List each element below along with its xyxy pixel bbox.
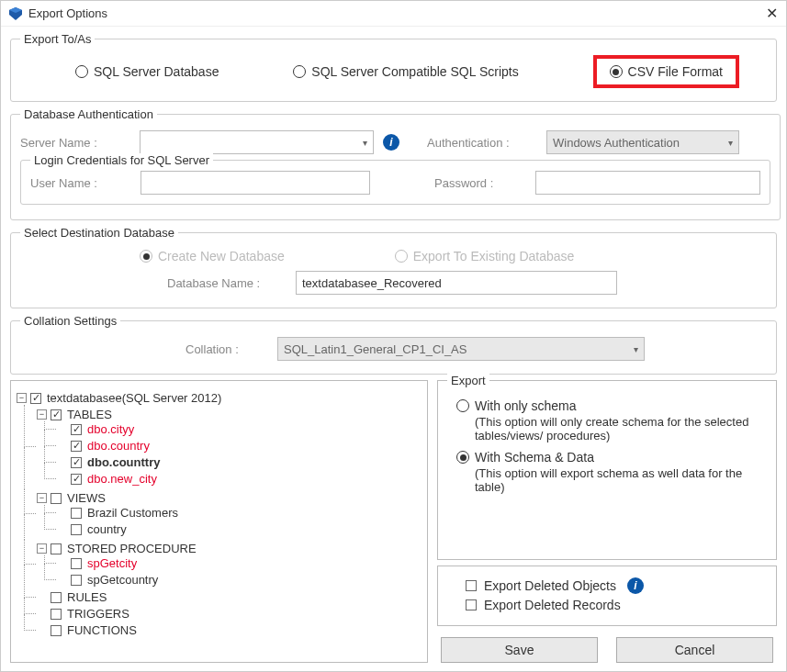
checkbox[interactable] — [51, 493, 62, 504]
radio-label: Create New Database — [158, 249, 285, 263]
collation-combo[interactable]: SQL_Latin1_General_CP1_CI_AS ▾ — [277, 337, 645, 361]
collapse-icon[interactable]: − — [37, 493, 47, 503]
tree-label: spGetcountry — [85, 573, 158, 587]
radio-label: SQL Server Database — [94, 64, 219, 79]
tree-node-rules[interactable]: RULES — [37, 590, 107, 604]
window-title: Export Options — [28, 6, 764, 20]
tree-node-sproc[interactable]: spGetcountry — [57, 573, 158, 587]
tree-node-tables[interactable]: − TABLES — [37, 408, 112, 421]
checkbox[interactable] — [466, 580, 477, 591]
cancel-button[interactable]: Cancel — [616, 637, 773, 663]
tree-node-views[interactable]: − VIEWS — [37, 491, 106, 505]
chevron-down-icon: ▾ — [634, 344, 638, 354]
tree-label: TRIGGERS — [65, 607, 129, 621]
app-icon — [8, 6, 23, 21]
checkbox[interactable] — [51, 409, 62, 420]
checkbox[interactable] — [71, 558, 82, 569]
deleted-options-group: Export Deleted Objects i Export Deleted … — [437, 566, 777, 626]
radio-schema-only[interactable]: With only schema — [456, 398, 767, 413]
password-field[interactable] — [535, 171, 760, 195]
tree-node-root[interactable]: − textdatabasee(SQL Server 2012) — [17, 391, 221, 405]
radio-label: With Schema & Data — [475, 450, 594, 465]
export-options-group: Export With only schema (This option wil… — [437, 380, 777, 560]
tree-label: RULES — [65, 590, 107, 604]
tree-node-table[interactable]: dbo.counttry — [57, 455, 160, 469]
tree-label: TABLES — [65, 408, 112, 421]
tree-label: FUNCTIONS — [65, 623, 137, 637]
checkbox-label: Export Deleted Objects — [484, 578, 616, 593]
tree-label: country — [85, 522, 127, 536]
checkbox[interactable] — [466, 599, 477, 610]
chevron-down-icon: ▾ — [363, 138, 367, 148]
titlebar: Export Options ✕ — [1, 1, 786, 27]
tree-node-view[interactable]: Brazil Customers — [57, 506, 178, 520]
radio-icon — [610, 65, 623, 78]
radio-sql-scripts[interactable]: SQL Server Compatible SQL Scripts — [293, 55, 518, 88]
checkbox[interactable] — [71, 575, 82, 586]
collation-settings-group: Collation Settings Collation : SQL_Latin… — [10, 314, 777, 375]
tree-label: spGetcity — [85, 556, 137, 570]
collation-label: Collation : — [186, 342, 268, 356]
radio-icon — [140, 250, 152, 263]
chevron-down-icon: ▾ — [728, 138, 733, 148]
destination-database-group: Select Destination Database Create New D… — [10, 226, 777, 308]
login-credentials-group: Login Credentials for SQL Server User Na… — [20, 160, 770, 205]
export-to-as-legend: Export To/As — [20, 32, 95, 46]
authentication-combo[interactable]: Windows Authentication ▾ — [546, 130, 739, 154]
database-authentication-group: Database Authentication Server Name : ▾ … — [10, 107, 781, 220]
checkbox[interactable] — [51, 592, 62, 603]
checkbox[interactable] — [51, 609, 62, 620]
checkbox[interactable] — [71, 474, 82, 485]
radio-icon — [293, 65, 306, 78]
checkbox-export-deleted-objects[interactable]: Export Deleted Objects i — [466, 577, 767, 594]
tree-node-functions[interactable]: FUNCTIONS — [37, 623, 137, 637]
tree-node-triggers[interactable]: TRIGGERS — [37, 607, 129, 621]
tree-node-table[interactable]: dbo.country — [57, 439, 150, 453]
checkbox[interactable] — [71, 524, 82, 535]
authentication-label: Authentication : — [427, 136, 537, 150]
collapse-icon[interactable]: − — [37, 543, 47, 554]
schema-only-desc: (This option will only create schema for… — [475, 415, 767, 442]
info-icon[interactable]: i — [627, 577, 644, 594]
database-authentication-legend: Database Authentication — [20, 107, 157, 121]
schema-data-desc: (This option will export schema as well … — [475, 466, 767, 494]
checkbox-export-deleted-records[interactable]: Export Deleted Records — [466, 598, 767, 612]
object-tree[interactable]: − textdatabasee(SQL Server 2012) − TABLE… — [10, 380, 428, 663]
checkbox[interactable] — [51, 543, 62, 554]
tree-node-sproc[interactable]: spGetcity — [57, 556, 137, 570]
save-button[interactable]: Save — [441, 637, 598, 663]
tree-node-stored-procedures[interactable]: − STORED PROCEDURE — [37, 542, 197, 555]
username-field[interactable] — [141, 171, 370, 195]
close-icon[interactable]: ✕ — [764, 5, 779, 22]
radio-sql-server-database[interactable]: SQL Server Database — [75, 55, 219, 88]
database-name-field[interactable]: textdatabasee_Recovered — [296, 271, 617, 295]
export-options-legend: Export — [447, 374, 489, 387]
info-icon[interactable]: i — [383, 134, 399, 151]
tree-node-table[interactable]: dbo.new_city — [57, 472, 157, 486]
collapse-icon[interactable]: − — [17, 393, 27, 403]
server-name-combo[interactable]: ▾ — [140, 130, 374, 154]
checkbox[interactable] — [71, 457, 82, 468]
radio-label: With only schema — [475, 398, 576, 413]
database-name-value: textdatabasee_Recovered — [302, 276, 442, 290]
checkbox[interactable] — [30, 393, 41, 404]
right-column: Export With only schema (This option wil… — [437, 380, 777, 663]
radio-csv-file-format[interactable]: CSV File Format — [593, 55, 739, 88]
tree-label: Brazil Customers — [85, 506, 178, 520]
button-row: Save Cancel — [437, 637, 777, 663]
destination-database-legend: Select Destination Database — [20, 226, 178, 240]
username-label: User Name : — [30, 176, 131, 190]
tree-label: textdatabasee(SQL Server 2012) — [45, 391, 221, 405]
checkbox[interactable] — [71, 424, 82, 435]
collapse-icon[interactable]: − — [37, 409, 47, 420]
checkbox[interactable] — [71, 508, 82, 519]
tree-node-view[interactable]: country — [57, 522, 127, 536]
tree-node-table[interactable]: dbo.cityy — [57, 422, 134, 436]
login-credentials-legend: Login Credentials for SQL Server — [30, 153, 213, 167]
bottom-row: − textdatabasee(SQL Server 2012) − TABLE… — [10, 380, 777, 663]
radio-icon — [456, 451, 469, 464]
checkbox[interactable] — [71, 441, 82, 452]
tree-label: dbo.country — [85, 439, 150, 453]
radio-schema-and-data[interactable]: With Schema & Data — [456, 450, 767, 465]
checkbox[interactable] — [51, 625, 62, 636]
